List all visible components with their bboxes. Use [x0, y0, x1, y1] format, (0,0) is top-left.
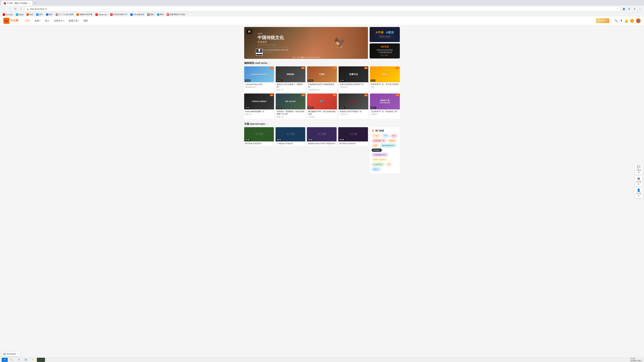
nav-talent-label: 找人 [45, 19, 49, 22]
nav-course[interactable]: 课程 [82, 18, 90, 23]
bookmark-maps[interactable]: 🗺 图片 [44, 13, 54, 16]
bookmark-bilibili[interactable]: B bilibili [14, 13, 25, 16]
search-icon[interactable]: 🔍 [614, 19, 618, 23]
banner-ad-city[interactable]: 城市联盟 高客单/高成交/高单量→百城联盟流量扶持 进入入驻 › [370, 43, 400, 58]
banner-ad-city-cta[interactable]: 进入入驻 › [377, 54, 393, 57]
tag-guanggaopian[interactable]: 广告片 [372, 134, 381, 138]
taskview-button[interactable]: ⧉ [16, 358, 22, 362]
float-online-service[interactable]: 💬 在线客服 [635, 164, 642, 175]
video-card-10[interactable]: 妈妈的工资100,000,000 03:17 9.0 宝洁母亲节广告《给妈妈发工… [370, 93, 400, 119]
video-card-2[interactable]: 绝密追踪 01:51 9.0 滴滴出行代代车服务片《绝密追踪》 商品广告 [276, 66, 306, 92]
coin-display[interactable]: 5 [630, 19, 634, 23]
bookmark-tools[interactable]: 🏭 工厂人才成人教育 [54, 13, 75, 16]
video-card-1[interactable]: Lýðveldið Ísland 04:56 9.0 Lýðveldið Ísl… [244, 66, 274, 92]
app-bandicam[interactable]: Bandicam [37, 358, 45, 362]
active-tab[interactable]: 🐂 牛片网 - 视频人才找我推 ✕ [1, 1, 32, 5]
extensions-button[interactable]: ⚙ [627, 6, 632, 11]
site-logo[interactable]: 🐂 牛片网 [3, 18, 18, 24]
special-topic-link[interactable]: > [267, 123, 268, 125]
tag-tvc[interactable]: TVC [382, 134, 389, 138]
vip-favicon: 🎵 [76, 13, 79, 16]
banner-text: 2020 中国传统文化 影像盛典 CHINA CULTURE 方寸之间 光影传承… [258, 32, 289, 54]
special-card-2[interactable]: 牛片网 00:00 广州医科大学宣传片 [276, 127, 305, 146]
special-info-1: 南方医科大学宣传片 [244, 141, 274, 146]
tag-duanpian[interactable]: 短片 [390, 134, 398, 138]
search-taskbar[interactable]: 🔍 [9, 358, 15, 362]
nav-trade[interactable]: 交易中心 ▾ [52, 18, 66, 23]
bookmark-news[interactable]: 📰 免费音配送·文字版 [165, 13, 186, 16]
nav-tools[interactable]: 影视工具 ▾ [67, 18, 81, 23]
staff-picks-link[interactable]: > [269, 62, 270, 64]
tag-qiye[interactable]: 企业宣传片 [372, 163, 384, 166]
tab-close-button[interactable]: ✕ [28, 2, 30, 4]
banner-dot-4[interactable] [304, 57, 308, 57]
banner-dot-2[interactable] [296, 57, 300, 57]
tag-chengshi[interactable]: 城市形象宣传片 [380, 144, 397, 147]
home-button[interactable]: ⌂ [19, 6, 24, 11]
start-button[interactable]: ⊞ [2, 358, 8, 362]
bookmark-taobao[interactable]: 淘 淘宝 [25, 13, 34, 16]
video-card-9[interactable]: KFC 01:31 9.0 肯德基王作双子桃鬼差广告 产品宣传片 [338, 93, 368, 119]
user-avatar[interactable]: 👤 [636, 18, 641, 23]
video-card-5[interactable]: 旺旺 01:0 9.0 旺旺母亲节广告：房子孩子的母亲 旺旺 [370, 66, 400, 92]
float-user[interactable]: 👤 用户服务 [635, 187, 642, 198]
refresh-button[interactable]: ↻ [13, 6, 18, 11]
edge-browser[interactable]: 🌐 [23, 358, 29, 362]
tag-yugao[interactable]: 预告片 [372, 167, 381, 171]
tag-yingshi[interactable]: 影视广告宣传片 [372, 158, 388, 162]
banner-dot-5[interactable] [308, 57, 312, 57]
profile-button[interactable]: 👤 [622, 6, 626, 11]
bookmark-sucai[interactable]: 📁 素材 [146, 13, 155, 16]
nav-talent[interactable]: 找人 [43, 18, 51, 23]
tag-weidianying[interactable]: 微电影 [388, 139, 397, 143]
bookmark-vip[interactable]: 🎵 免费音乐转字幕 [75, 13, 94, 16]
special-card-4[interactable]: 牛片网 00:00 南方科技大学宣传片 [338, 127, 368, 146]
banner-ad-ai[interactable]: AI字幕 AI配音 40000人在使用 [370, 27, 400, 42]
new-tab-button[interactable]: + [33, 1, 37, 5]
nav-discover[interactable]: 发现 ▾ [32, 18, 42, 23]
tag-mcbabe[interactable]: Mcbabe [372, 148, 382, 152]
main-banner[interactable]: M 2020 中国传统文化 影像盛典 CHINA CULTURE 方寸之间 光影… [244, 27, 368, 59]
video-title-4: 百事可乐美味球大战系列广告 [340, 83, 368, 86]
special-card-3[interactable]: 牛片网 00:00 深圳南方科技大学学仁学院宣传片 [307, 127, 336, 146]
notification-popup[interactable]: ℹ️ 我已有需求 ✕ [2, 352, 20, 356]
banner-dot-3[interactable] [300, 57, 304, 57]
video-card-4[interactable]: 百事可乐 00:45 9.0 百事可乐美味球大战系列广告 产品宣传片 [338, 66, 368, 92]
notification-close[interactable]: ✕ [17, 353, 18, 355]
upload-icon[interactable]: ⬆ [620, 19, 622, 23]
video-card-6[interactable]: GIORGIO ARMANI 00:30 7.0 barbara网络鞋服翻广告 … [244, 93, 274, 119]
special-info-2: 广州医科大学宣传片 [276, 141, 305, 146]
video-card-3[interactable]: 百雀羚 01:34 9.5 百雀羚献礼母亲节 妈妈的脸受说说 百雀羚家宣传片 [307, 66, 337, 92]
tag-pinpai[interactable]: 品牌 [372, 144, 379, 147]
nav-home[interactable]: 首页 [24, 18, 32, 23]
bookmark-adobe[interactable]: Ai Adobe live [94, 13, 108, 16]
bookmark-star-icon[interactable]: ☆ [616, 8, 618, 10]
bookmark-youtube[interactable]: ▶ YouTube [1, 13, 14, 16]
bookmark-icloud[interactable]: ☁ iCloud备忘录 [129, 13, 146, 16]
address-bar[interactable]: 🔒 https://www.6pian.cn ☆ [24, 6, 620, 11]
explorer-button[interactable]: 📁 [30, 358, 36, 362]
chat-icon: 💬 [636, 165, 642, 169]
tag-mv[interactable]: MV [386, 163, 392, 166]
banner-dot-7[interactable] [316, 57, 320, 57]
menu-button[interactable]: ⋮ [638, 6, 642, 11]
banner-dot-1[interactable] [292, 57, 296, 57]
forward-button[interactable]: → [8, 6, 12, 11]
download-button[interactable]: ⬇ [632, 6, 637, 11]
bookmark-tencent[interactable]: 🐧 腾讯 [156, 13, 165, 16]
notification-icon[interactable]: 🔔 [624, 19, 628, 23]
time-display: 11:54 [630, 358, 635, 360]
video-card-8[interactable]: 🐦 00:59 7.5 腾讯视频开学季：妙光失物招领处动画 二维动画 [307, 93, 337, 119]
bookmark-zhihu[interactable]: 知 知乎 [35, 13, 44, 16]
bookmark-cctv[interactable]: 📡 科学的力量CCTV [109, 13, 129, 16]
special-card-1[interactable]: 牛片网 00:00 南方医科大学宣传片 [244, 127, 274, 146]
banner-dot-6[interactable] [312, 57, 316, 57]
special-duration-1: 00:00 [245, 139, 250, 141]
tag-gongyi[interactable]: 公益形象宣传片 [372, 153, 388, 157]
thumb-text-10: 妈妈的工资100,000,000 [380, 99, 390, 104]
video-card-7[interactable]: WD_BLACK 01:29 7.5 宅部签约《西部数据》动作百站校能枢广告 D… [276, 93, 306, 119]
vip-button[interactable]: 会员中心 [596, 18, 609, 23]
tag-qinggan[interactable]: 情感形象广告 [372, 139, 386, 143]
back-button[interactable]: ← [2, 6, 6, 11]
float-qrcode[interactable]: ▦ 关注微信 [635, 176, 642, 186]
